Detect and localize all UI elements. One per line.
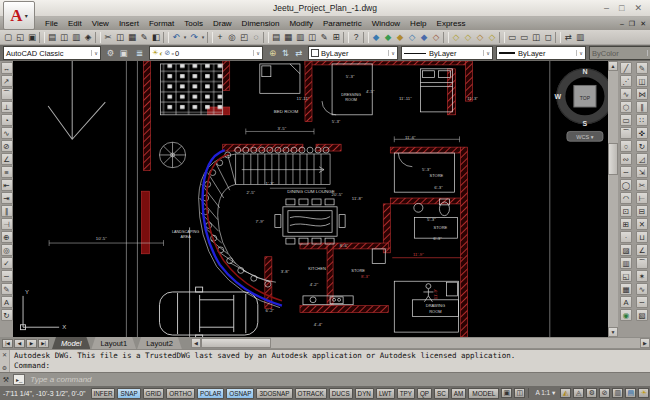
layer-delete-icon[interactable]: ◻ [542,31,554,43]
center-mark-icon[interactable]: ◎ [1,244,13,256]
toggle-infer[interactable]: INFER [91,388,116,399]
break-icon[interactable]: ✕ [636,218,648,230]
menu-express[interactable]: Express [432,19,471,28]
separator[interactable] [555,32,561,43]
annotation-scale-button[interactable]: A 1:1 ▾ [532,388,558,398]
workspace-gear-icon[interactable]: ⚙ [586,388,597,398]
radius-icon[interactable]: ◔ [1,114,13,126]
linear-dimension-icon[interactable]: ↔ [1,62,13,74]
dimension-update-icon[interactable]: ↻ [1,309,13,321]
arc-icon[interactable]: ⌒ [620,127,632,139]
aligned-dimension-icon[interactable]: ↗ [1,75,13,87]
command-wrench-icon[interactable]: ⚒ [2,376,10,384]
make-object-layer-current-icon[interactable]: ◇ [450,31,462,43]
layer-states-icon[interactable]: ◆ [382,31,394,43]
quick-dimension-icon[interactable]: ≡ [1,166,13,178]
continue-icon[interactable]: ⇥ [1,192,13,204]
menu-dimension[interactable]: Dimension [237,19,285,28]
layer-isolate-icon[interactable]: ◆ [394,31,406,43]
layer-previous-icon[interactable]: ◇ [462,31,474,43]
linetype-combo[interactable]: ByLayer ∨ [401,46,493,60]
layer-update-icon[interactable]: ⇅ [279,47,292,59]
workspace-settings-icon[interactable]: ⚙ [104,47,117,59]
separator[interactable] [499,32,505,43]
spline-icon[interactable]: ∼ [620,166,632,178]
layer-freeze-icon[interactable]: ◆ [418,31,430,43]
redo-dropdown-icon[interactable]: ▾ [200,31,206,43]
vertical-scroll-thumb[interactable] [608,143,618,175]
rectangle-icon[interactable]: ▭ [620,114,632,126]
angular-icon[interactable]: ∠ [1,153,13,165]
separator[interactable] [163,32,169,43]
menu-file[interactable]: File [40,19,63,28]
tolerance-icon[interactable]: ⊕ [1,231,13,243]
copy-object-icon[interactable]: ◫ [636,75,648,87]
move-to-layer-icon[interactable]: ▭ [506,31,518,43]
menu-help[interactable]: Help [405,19,431,28]
workspace-combo[interactable]: AutoCAD Classic ∨ [3,46,101,60]
command-tool-icon[interactable]: ⚙ [2,364,7,371]
offset-icon[interactable]: ∥ [636,101,648,113]
annotate-icon[interactable]: ▥ [574,31,586,43]
command-input[interactable] [28,374,650,385]
design-center-icon[interactable]: ▦ [282,31,294,43]
separator[interactable] [207,32,213,43]
scale-icon[interactable]: ◿ [636,153,648,165]
mirror-icon[interactable]: ⋈ [636,88,648,100]
block-editor-icon[interactable]: ◧ [150,31,162,43]
make-block-icon[interactable]: ⊞ [620,218,632,230]
layer-off-icon[interactable]: ◇ [430,31,442,43]
3d-dwf-icon[interactable]: ◈ [82,31,94,43]
baseline-icon[interactable]: ⇤ [1,179,13,191]
toggle-3dosnap[interactable]: 3DOSNAP [256,388,292,399]
inspection-icon[interactable]: ✓ [1,257,13,269]
point-icon[interactable]: · [620,231,632,243]
ordinate-icon[interactable]: ⊥ [1,101,13,113]
command-close-icon[interactable]: ✕ [2,351,7,358]
zoom-realtime-icon[interactable]: ◎ [226,31,238,43]
hardware-status-icon[interactable]: ▥ [612,388,623,398]
open-icon[interactable]: ◱ [14,31,26,43]
erase-icon[interactable]: ✎ [636,62,648,74]
plot-icon[interactable]: ▤ [46,31,58,43]
tab-model[interactable]: Model [52,337,90,349]
toggle-otrack[interactable]: OTRACK [295,388,327,399]
drawing-canvas[interactable]: BED ROOM DRESSING ROOM STORE STORE STORE… [13,61,608,337]
tab-next-icon[interactable]: ▶ [26,339,37,348]
make-current-icon[interactable]: ⊕ [266,47,279,59]
cut-icon[interactable]: ✂ [102,31,114,43]
viewcube-north[interactable]: N [582,68,587,75]
doc-close-button[interactable]: ✕ [640,20,646,28]
toolbar-lock-icon[interactable]: ⊘ [599,388,610,398]
layer-walk-icon[interactable]: ◇ [474,31,486,43]
menu-format[interactable]: Format [144,19,179,28]
layer-match-icon[interactable]: ◇ [486,31,498,43]
markup-set-manager-icon[interactable]: ✎ [318,31,330,43]
layer-previous2-icon[interactable]: ⇄ [292,47,305,59]
tab-last-icon[interactable]: ▶| [38,339,49,348]
move-icon[interactable]: ✜ [636,127,648,139]
extend-icon[interactable]: ⊢ [636,192,648,204]
vertical-scrollbar[interactable]: ▲ ▼ [608,61,618,337]
polygon-icon[interactable]: ⬡ [620,101,632,113]
trim-icon[interactable]: ✂ [636,179,648,191]
toggle-lwt[interactable]: LWT [376,388,395,399]
zoom-previous-icon[interactable]: ◌ [250,31,262,43]
multiline-text-icon[interactable]: A [620,296,632,308]
explode-icon[interactable]: ✶ [636,270,648,282]
separator[interactable] [443,32,449,43]
paste-icon[interactable]: ▦ [126,31,138,43]
dimension-space-icon[interactable]: ∥ [1,205,13,217]
dimension-text-edit-icon[interactable]: A [1,296,13,308]
viewcube-west[interactable]: W [555,93,562,100]
break-at-point-icon[interactable]: ⊟ [636,205,648,217]
menu-tools[interactable]: Tools [179,19,208,28]
quickcalc-icon[interactable]: ⊞ [330,31,342,43]
jogged-icon[interactable]: ∿ [1,127,13,139]
separator[interactable] [363,32,369,43]
point-style-icon[interactable]: ◉ [620,309,632,321]
copy-icon[interactable]: ◫ [114,31,126,43]
lineweight-combo[interactable]: ByLayer ∨ [496,46,586,60]
jogged-linear-icon[interactable]: ∼ [1,270,13,282]
application-menu-button[interactable]: A ▾ [3,1,35,30]
